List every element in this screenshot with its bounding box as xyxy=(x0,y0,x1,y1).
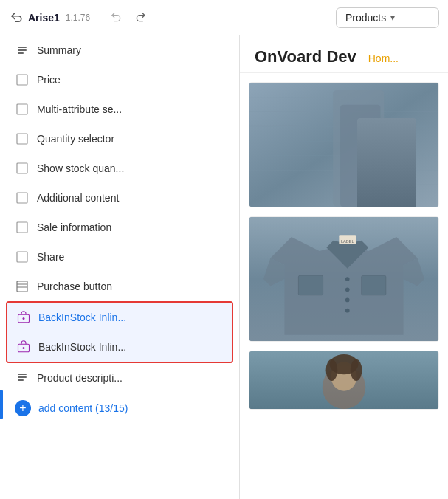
sidebar-item-label-sale-information: Sale information xyxy=(37,221,224,233)
summary-icon xyxy=(15,43,30,58)
sidebar-item-backinstock-1[interactable]: BackInStock Inlin... xyxy=(7,303,232,332)
shirt-image: LABEL xyxy=(249,217,438,341)
sidebar-active-handle xyxy=(0,390,3,419)
svg-rect-18 xyxy=(18,376,27,378)
sidebar-item-label-price: Price xyxy=(37,74,224,86)
multi-attribute-icon xyxy=(15,102,30,117)
svg-rect-10 xyxy=(17,281,27,292)
topbar-left: Arise1 1.1.76 xyxy=(9,10,90,25)
svg-rect-31 xyxy=(298,275,323,295)
svg-rect-19 xyxy=(18,379,24,381)
products-dropdown[interactable]: Products ▾ xyxy=(336,7,439,28)
preview-title: OnVoard Dev xyxy=(255,47,356,66)
sidebar: Summary Price Multi-attribute se... xyxy=(0,35,240,499)
preview-nav-link[interactable]: Hom... xyxy=(368,52,399,64)
product-description-icon xyxy=(15,371,30,385)
add-content-icon: + xyxy=(15,400,31,416)
topbar-nav xyxy=(106,7,151,28)
sidebar-item-purchase-button[interactable]: Purchase button xyxy=(0,272,239,301)
product-image-jeans xyxy=(249,82,439,207)
svg-rect-2 xyxy=(18,52,24,54)
svg-rect-32 xyxy=(362,275,386,295)
backinstock-group: BackInStock Inlin... BackInStock Inlin..… xyxy=(6,301,233,363)
sidebar-item-label-product-description: Product descripti... xyxy=(37,372,224,384)
quantity-selector-icon xyxy=(15,131,30,146)
sidebar-item-label-backinstock-2: BackInStock Inlin... xyxy=(38,341,217,353)
svg-text:LABEL: LABEL xyxy=(341,239,354,244)
add-content-item[interactable]: + add content (13/15) xyxy=(0,393,239,424)
sidebar-item-multi-attribute[interactable]: Multi-attribute se... xyxy=(0,94,239,124)
svg-point-35 xyxy=(345,298,350,303)
sidebar-item-summary[interactable]: Summary xyxy=(0,35,239,65)
svg-rect-7 xyxy=(17,193,27,203)
sidebar-item-label-backinstock-1: BackInStock Inlin... xyxy=(38,312,217,323)
share-icon xyxy=(15,250,30,264)
sidebar-item-label-purchase-button: Purchase button xyxy=(37,281,224,292)
backinstock-2-icon xyxy=(16,340,31,354)
topbar: Arise1 1.1.76 Products ▾ xyxy=(0,0,448,35)
sidebar-item-backinstock-2[interactable]: BackInStock Inlin... xyxy=(7,332,232,362)
svg-point-34 xyxy=(345,287,350,292)
redo-button[interactable] xyxy=(130,7,151,28)
sidebar-item-price[interactable]: Price xyxy=(0,65,239,94)
product-image-shirt: LABEL xyxy=(249,216,439,342)
svg-rect-4 xyxy=(17,104,27,114)
show-stock-icon xyxy=(15,161,30,176)
sidebar-item-quantity-selector[interactable]: Quantity selector xyxy=(0,124,239,154)
add-content-label: add content (13/15) xyxy=(38,402,128,414)
app-name: Arise1 xyxy=(28,12,60,24)
sidebar-item-show-stock[interactable]: Show stock quan... xyxy=(0,154,239,183)
svg-rect-9 xyxy=(17,252,27,262)
preview-header: OnVoard Dev Hom... xyxy=(240,35,448,73)
sale-information-icon xyxy=(15,220,30,235)
svg-point-33 xyxy=(345,277,350,281)
svg-rect-29 xyxy=(340,105,380,207)
sidebar-item-sale-information[interactable]: Sale information xyxy=(0,213,239,242)
svg-point-36 xyxy=(345,309,350,313)
sidebar-item-product-description[interactable]: Product descripti... xyxy=(0,363,239,393)
additional-content-icon xyxy=(15,190,30,205)
sidebar-item-label-summary: Summary xyxy=(37,44,224,56)
svg-rect-6 xyxy=(17,163,27,173)
products-dropdown-container: Products ▾ xyxy=(336,7,439,28)
preview-panel: OnVoard Dev Hom... xyxy=(240,35,448,499)
sidebar-item-share[interactable]: Share xyxy=(0,242,239,272)
app-version: 1.1.76 xyxy=(66,13,90,23)
svg-rect-3 xyxy=(17,75,27,85)
svg-rect-5 xyxy=(17,134,27,144)
back-icon[interactable] xyxy=(9,10,24,25)
sidebar-item-label-show-stock: Show stock quan... xyxy=(37,162,224,174)
dropdown-arrow-icon: ▾ xyxy=(390,13,395,23)
svg-rect-0 xyxy=(18,47,27,48)
sidebar-item-additional-content[interactable]: Additional content xyxy=(0,183,239,213)
backinstock-1-icon xyxy=(16,310,31,325)
svg-rect-17 xyxy=(18,374,27,375)
jeans-image xyxy=(249,83,438,207)
price-icon xyxy=(15,72,30,87)
sidebar-item-label-multi-attribute: Multi-attribute se... xyxy=(37,103,224,115)
undo-button[interactable] xyxy=(106,7,127,28)
svg-point-43 xyxy=(326,359,338,381)
purchase-button-icon xyxy=(15,279,30,294)
sidebar-item-label-quantity-selector: Quantity selector xyxy=(37,133,224,145)
main-content: Summary Price Multi-attribute se... xyxy=(0,35,448,499)
svg-rect-1 xyxy=(18,49,27,51)
products-dropdown-label: Products xyxy=(345,12,386,24)
svg-point-14 xyxy=(23,317,25,320)
product-image-person xyxy=(249,351,439,410)
sidebar-item-label-share: Share xyxy=(37,251,224,263)
sidebar-item-label-additional-content: Additional content xyxy=(37,192,224,204)
svg-rect-8 xyxy=(17,222,27,233)
svg-point-44 xyxy=(351,359,362,381)
svg-point-16 xyxy=(23,347,25,349)
